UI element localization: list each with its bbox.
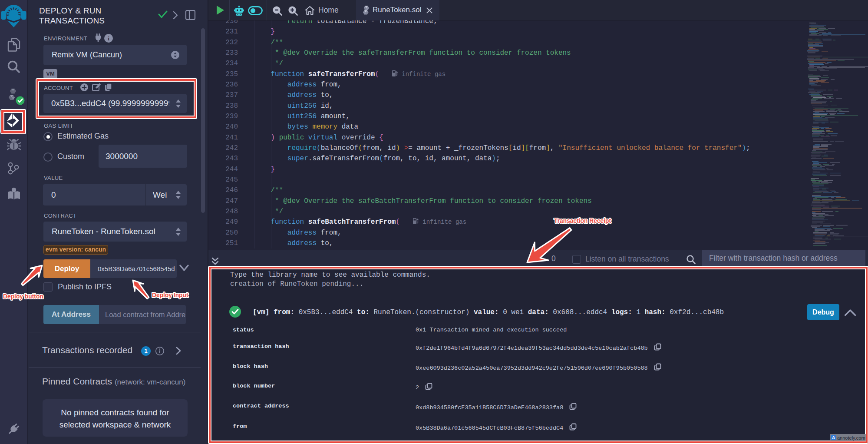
svg-text:annotely.com: annotely.com <box>837 435 865 441</box>
svg-text:A: A <box>832 435 835 440</box>
svg-text:Transaction Receipt: Transaction Receipt <box>554 218 611 224</box>
svg-text:Deploy Input: Deploy Input <box>152 292 188 298</box>
svg-text:Deploy button: Deploy button <box>3 293 43 300</box>
